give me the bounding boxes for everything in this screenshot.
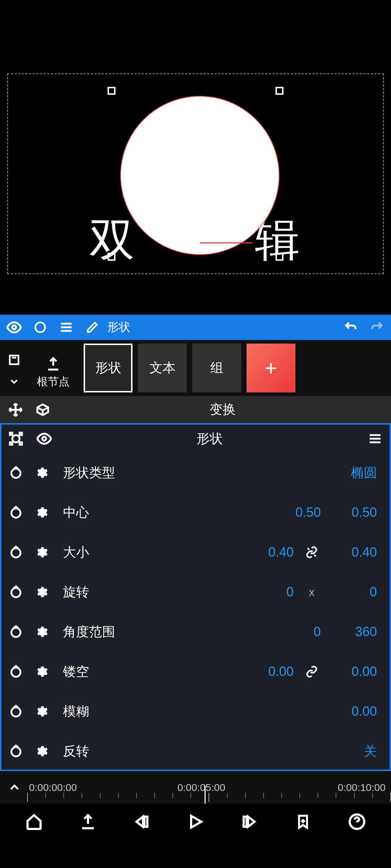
stopwatch-icon[interactable] [7, 503, 25, 522]
svg-marker-24 [136, 817, 143, 827]
timeline-expand-icon[interactable] [5, 778, 24, 796]
toolbar-mode-label: 形状 [107, 319, 130, 335]
svg-point-0 [12, 326, 16, 329]
property-label: 旋转 [63, 583, 161, 601]
property-value-2[interactable]: 0.00 [330, 664, 377, 679]
svg-point-21 [11, 668, 20, 677]
selection-handle-bl[interactable] [108, 253, 115, 261]
eye-icon[interactable] [35, 430, 53, 448]
undo-icon[interactable] [343, 320, 358, 335]
gear-icon[interactable] [32, 503, 50, 522]
timecode-start: 0:00:00:00 [29, 782, 77, 793]
home-icon[interactable] [24, 812, 44, 832]
property-value-2[interactable]: 360 [330, 624, 377, 639]
link-icon[interactable] [303, 663, 321, 681]
unlink-icon[interactable] [303, 543, 321, 561]
shape-ellipse[interactable] [120, 96, 279, 255]
node-tab-group[interactable]: 组 [192, 344, 241, 392]
layers-icon[interactable] [5, 351, 23, 369]
property-value-1[interactable]: 关 [330, 743, 377, 760]
expand-down-icon[interactable] [5, 373, 23, 391]
svg-marker-26 [191, 816, 201, 827]
svg-point-7 [12, 435, 20, 442]
gear-icon[interactable] [32, 742, 50, 760]
root-label: 根节点 [37, 374, 70, 389]
gear-icon[interactable] [32, 702, 50, 720]
edit-icon[interactable] [85, 320, 100, 335]
circle-icon[interactable] [33, 320, 48, 335]
selection-handle-tr[interactable] [276, 87, 283, 95]
property-value-2[interactable]: 0.40 [330, 545, 377, 560]
property-value-1[interactable]: 0.00 [330, 704, 377, 719]
move-icon[interactable] [7, 401, 25, 419]
inspector-title: 形状 [63, 430, 356, 448]
gear-icon[interactable] [32, 464, 50, 482]
bottom-toolbar [0, 804, 391, 840]
node-tab-shape[interactable]: 形状 [84, 344, 133, 392]
visibility-icon[interactable] [7, 320, 22, 335]
selection-handle-br[interactable] [276, 253, 283, 261]
top-toolbar: 形状 [0, 315, 391, 340]
property-row-3: 旋转0x0 [1, 572, 390, 612]
root-node-button[interactable]: 根节点 [28, 347, 78, 389]
status-bar [0, 0, 391, 33]
export-icon[interactable] [78, 812, 98, 832]
transform-bar: 变换 [0, 396, 391, 423]
property-label: 角度范围 [63, 623, 161, 641]
gear-icon[interactable] [32, 663, 50, 681]
property-row-0: 形状类型椭圆 [1, 453, 390, 493]
svg-point-18 [11, 548, 20, 557]
redo-icon[interactable] [369, 320, 384, 335]
stopwatch-icon[interactable] [7, 543, 25, 561]
svg-point-22 [11, 707, 20, 716]
stopwatch-icon[interactable] [7, 623, 25, 641]
svg-rect-9 [20, 433, 22, 435]
stopwatch-icon[interactable] [7, 742, 25, 760]
select-icon[interactable] [7, 430, 25, 448]
gear-icon[interactable] [32, 623, 50, 641]
add-node-button[interactable]: + [247, 344, 295, 392]
stopwatch-icon[interactable] [7, 464, 25, 482]
canvas-preview[interactable]: 双 辑 [0, 33, 391, 315]
play-icon[interactable] [185, 812, 205, 832]
selection-handle-tl[interactable] [108, 87, 115, 95]
svg-rect-8 [10, 433, 12, 435]
property-value-1[interactable]: 0.00 [247, 664, 294, 679]
bookmark-icon[interactable] [293, 812, 313, 832]
property-value-2[interactable]: 0.50 [330, 505, 377, 520]
help-icon[interactable] [347, 812, 367, 832]
property-label: 镂空 [63, 663, 161, 681]
svg-marker-28 [248, 817, 255, 827]
svg-point-23 [11, 747, 20, 756]
shape-handle-line[interactable] [200, 242, 252, 243]
canvas-text-left: 双 [89, 210, 135, 271]
property-value-1[interactable]: 0 [247, 584, 294, 600]
stopwatch-icon[interactable] [7, 663, 25, 681]
property-row-5: 镂空0.000.00 [1, 652, 390, 692]
step-forward-icon[interactable] [239, 812, 259, 832]
node-tab-text[interactable]: 文本 [138, 344, 187, 392]
plus-icon: + [265, 356, 277, 380]
cube-icon[interactable] [34, 401, 52, 419]
property-value-1[interactable]: 0.40 [247, 545, 294, 560]
timecode-end: 0:00:10:00 [338, 782, 386, 793]
timeline[interactable]: 0:00:00:00 0:00:05:00 0:00:10:00 [0, 771, 391, 804]
stopwatch-icon[interactable] [7, 702, 25, 720]
menu-icon[interactable] [59, 320, 74, 335]
step-back-icon[interactable] [132, 812, 152, 832]
canvas-frame[interactable]: 双 辑 [7, 73, 384, 274]
property-value-1[interactable]: 0.50 [274, 505, 321, 520]
svg-point-17 [11, 509, 20, 518]
property-label: 形状类型 [63, 464, 161, 482]
playhead[interactable] [205, 786, 206, 804]
property-value-1[interactable]: 椭圆 [330, 464, 377, 482]
gear-icon[interactable] [32, 543, 50, 561]
stopwatch-icon[interactable] [7, 583, 25, 601]
inspector-menu-icon[interactable] [366, 430, 384, 448]
svg-rect-11 [20, 442, 22, 445]
property-value-1[interactable]: 0 [274, 624, 321, 639]
gear-icon[interactable] [32, 583, 50, 601]
svg-point-1 [35, 323, 45, 332]
property-value-2[interactable]: 0 [330, 584, 377, 600]
svg-rect-5 [10, 356, 18, 364]
